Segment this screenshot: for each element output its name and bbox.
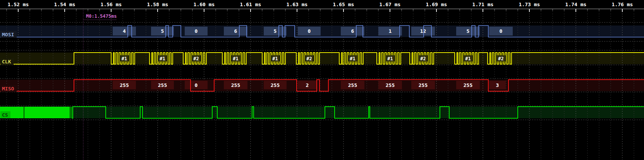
miso-byte-value: 255	[158, 82, 167, 88]
miso-byte-value: 255	[464, 82, 472, 88]
mosi-byte-value: 0	[500, 28, 503, 34]
mosi-byte-value: 1	[389, 28, 392, 34]
mosi-byte-value: 6	[234, 28, 237, 34]
miso-band	[0, 80, 644, 91]
miso-byte-value: 255	[386, 82, 395, 88]
miso-byte-value: 255	[271, 82, 280, 88]
clk-burst-label: #2	[420, 56, 426, 61]
clk-burst-label: #1	[233, 56, 238, 61]
cs-activity-block	[0, 107, 72, 118]
mosi-byte-value: 5	[274, 28, 277, 34]
trace-plot[interactable]: M0:1.5475ms1.52 ms1.54 ms1.56 ms1.58 ms1…	[0, 0, 644, 160]
ruler-label: 1.76 ms	[612, 2, 633, 7]
ruler-label: 1.63 ms	[287, 2, 308, 7]
ruler-label: 1.74 ms	[565, 2, 587, 7]
mosi-byte-value: 12	[420, 28, 426, 34]
miso-byte-value: 255	[419, 82, 428, 88]
ruler-label: 1.73 ms	[519, 2, 540, 7]
clk-burst-label: #1	[272, 56, 278, 61]
mosi-byte-value: 5	[467, 28, 470, 34]
clk-burst-label: #2	[498, 56, 503, 61]
ruler-label: 1.71 ms	[472, 2, 494, 7]
mosi-byte-value: 4	[123, 28, 126, 34]
ruler-label: 1.69 ms	[426, 2, 447, 7]
ruler-label: 1.52 ms	[8, 2, 29, 7]
clk-burst-label: #2	[193, 56, 199, 61]
mosi-byte-value: 6	[351, 28, 354, 34]
clk-burst-label: #1	[350, 56, 355, 61]
mosi-byte-value: 5	[161, 28, 164, 34]
ruler-label: 1.65 ms	[333, 2, 354, 7]
clk-burst-label: #1	[122, 56, 127, 61]
cs-channel-label[interactable]: CS	[2, 112, 8, 118]
miso-byte-value: 255	[231, 82, 240, 88]
miso-byte-value: 3	[496, 82, 499, 88]
ruler-label: 1.56 ms	[101, 2, 122, 7]
miso-byte-value: 255	[348, 82, 357, 88]
marker-label[interactable]: M0:1.5475ms	[86, 14, 117, 19]
mosi-byte-value: 0	[308, 28, 311, 34]
ruler-background	[0, 0, 644, 9]
mosi-channel-label[interactable]: MOSI	[2, 32, 14, 37]
mosi-band	[0, 26, 644, 37]
miso-byte-value: 2	[306, 82, 309, 88]
ruler-label: 1.60 ms	[194, 2, 215, 7]
clk-burst-label: #1	[160, 56, 165, 61]
mosi-byte-value: 0	[195, 28, 198, 34]
cs-band	[0, 107, 644, 118]
ruler-label: 1.58 ms	[147, 2, 168, 7]
ruler-label: 1.54 ms	[54, 2, 76, 7]
ruler-label: 1.67 ms	[380, 2, 401, 7]
miso-channel-label[interactable]: MISO	[2, 86, 14, 92]
clk-burst-label: #1	[387, 56, 393, 61]
logic-analyzer-canvas[interactable]: M0:1.5475ms1.52 ms1.54 ms1.56 ms1.58 ms1…	[0, 0, 644, 160]
clk-band	[0, 53, 644, 64]
clk-burst-label: #2	[306, 56, 312, 61]
miso-byte-value: 255	[120, 82, 129, 88]
clk-burst-label: #1	[465, 56, 471, 61]
clk-channel-label[interactable]: CLK	[2, 59, 11, 65]
miso-byte-value: 0	[195, 82, 198, 88]
ruler-label: 1.61 ms	[240, 2, 261, 7]
